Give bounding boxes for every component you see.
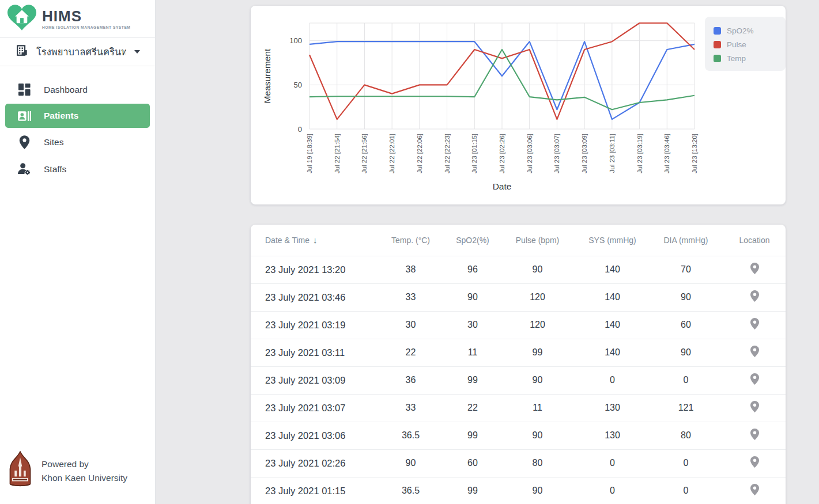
svg-text:Jul 23 [03:46]: Jul 23 [03:46] <box>663 134 670 173</box>
staff-gear-icon <box>17 163 31 175</box>
hospital-selector[interactable]: โรงพยาบาลศรีนครินทร์ ... <box>0 38 155 66</box>
cell-pulse: 90 <box>499 366 576 394</box>
column-header-location: Location <box>723 225 786 256</box>
sidebar-item-staffs[interactable]: Staffs <box>0 156 155 182</box>
svg-text:Measurement: Measurement <box>262 48 272 103</box>
cell-dia: 90 <box>648 339 723 366</box>
table-row: 23 July 2021 13:2038969014070 <box>251 256 786 283</box>
cell-date-time: 23 July 2021 03:09 <box>251 366 375 394</box>
sidebar-item-patients[interactable]: Patients <box>5 104 150 128</box>
table-row: 23 July 2021 03:0936999000 <box>251 366 786 394</box>
cell-pulse: 120 <box>499 283 576 311</box>
column-header-date-time[interactable]: Date & Time↓ <box>251 225 375 256</box>
app-logo: HIMS HOME ISOLATION MANAGEMENT SYSTEM <box>0 0 155 38</box>
cell-pulse: 120 <box>499 311 576 339</box>
table-row: 23 July 2021 01:1536.5999000 <box>251 477 786 504</box>
location-pin-icon[interactable] <box>750 484 759 495</box>
svg-text:Jul 23 [13:20]: Jul 23 [13:20] <box>691 134 698 173</box>
cell-spo2: 11 <box>447 339 499 366</box>
legend-label: SpO2% <box>727 26 754 35</box>
main-content: 050100Jul 19 [18:39]Jul 22 [21:54]Jul 22… <box>156 0 819 504</box>
svg-text:Jul 23 [02:26]: Jul 23 [02:26] <box>499 134 505 173</box>
svg-text:Jul 22 [21:54]: Jul 22 [21:54] <box>334 134 341 173</box>
cell-dia: 121 <box>648 394 723 422</box>
cell-temp: 22 <box>375 339 447 366</box>
location-pin-icon[interactable] <box>750 318 759 329</box>
cell-pulse: 90 <box>499 256 576 283</box>
cell-sys: 0 <box>576 477 648 504</box>
sort-descending-icon: ↓ <box>313 235 318 245</box>
cell-spo2: 99 <box>447 477 499 504</box>
table-row: 23 July 2021 03:19303012014060 <box>251 311 786 339</box>
cell-date-time: 23 July 2021 02:26 <box>251 449 375 477</box>
cell-sys: 140 <box>576 339 648 366</box>
powered-by: Powered by Khon Kaen University <box>0 444 155 504</box>
sidebar: HIMS HOME ISOLATION MANAGEMENT SYSTEM โร… <box>0 0 156 504</box>
column-header-spo2: SpO2(%) <box>447 225 499 256</box>
location-pin-icon[interactable] <box>750 263 759 274</box>
svg-text:Date: Date <box>493 181 512 191</box>
patients-icon <box>17 111 31 121</box>
cell-pulse: 90 <box>499 477 576 504</box>
location-pin-icon[interactable] <box>750 290 759 302</box>
cell-dia: 0 <box>648 477 723 504</box>
cell-temp: 33 <box>375 283 447 311</box>
sidebar-item-sites[interactable]: Sites <box>0 129 155 155</box>
chevron-down-icon <box>134 50 140 54</box>
location-pin-icon[interactable] <box>750 373 759 385</box>
column-header-dia-mmhg: DIA (mmHg) <box>648 225 723 256</box>
svg-text:Jul 19 [18:39]: Jul 19 [18:39] <box>306 134 313 173</box>
cell-location <box>723 283 786 311</box>
sidebar-item-dashboard[interactable]: Dashboard <box>0 77 155 103</box>
cell-spo2: 99 <box>447 422 499 449</box>
cell-pulse: 11 <box>499 394 576 422</box>
location-pin-icon[interactable] <box>750 346 759 357</box>
cell-sys: 0 <box>576 449 648 477</box>
cell-date-time: 23 July 2021 03:46 <box>251 283 375 311</box>
sidebar-item-label: Sites <box>44 137 63 147</box>
cell-date-time: 23 July 2021 03:19 <box>251 311 375 339</box>
svg-text:Jul 22 [22:01]: Jul 22 [22:01] <box>388 134 395 173</box>
cell-date-time: 23 July 2021 03:07 <box>251 394 375 422</box>
location-pin-icon[interactable] <box>750 429 759 440</box>
cell-location <box>723 256 786 283</box>
cell-temp: 36.5 <box>375 477 447 504</box>
cell-spo2: 99 <box>447 366 499 394</box>
cell-temp: 30 <box>375 311 447 339</box>
chart-legend: SpO2%PulseTemp <box>705 17 786 71</box>
svg-text:Jul 23 [03:09]: Jul 23 [03:09] <box>581 134 588 173</box>
table-row: 23 July 2021 03:46339012014090 <box>251 283 786 311</box>
legend-item: Pulse <box>714 37 781 51</box>
cell-sys: 130 <box>576 394 648 422</box>
cell-location <box>723 477 786 504</box>
location-pin-icon[interactable] <box>750 401 759 412</box>
cell-temp: 36.5 <box>375 422 447 449</box>
table-row: 23 July 2021 03:1122119914090 <box>251 339 786 366</box>
cell-dia: 60 <box>648 311 723 339</box>
measurement-chart-card: 050100Jul 19 [18:39]Jul 22 [21:54]Jul 22… <box>251 6 786 204</box>
cell-dia: 0 <box>648 449 723 477</box>
table-row: 23 July 2021 02:2690608000 <box>251 449 786 477</box>
cell-sys: 130 <box>576 422 648 449</box>
cell-temp: 90 <box>375 449 447 477</box>
kku-logo <box>7 451 33 491</box>
svg-text:Jul 23 [03:11]: Jul 23 [03:11] <box>609 134 616 173</box>
svg-text:100: 100 <box>289 36 302 45</box>
location-pin-icon[interactable] <box>750 456 759 468</box>
legend-swatch-icon <box>714 41 721 48</box>
svg-text:Jul 23 [03:07]: Jul 23 [03:07] <box>553 134 560 173</box>
cell-date-time: 23 July 2021 01:15 <box>251 477 375 504</box>
cell-pulse: 90 <box>499 422 576 449</box>
cell-sys: 140 <box>576 256 648 283</box>
cell-location <box>723 422 786 449</box>
powered-by-line2: Khon Kaen University <box>41 471 127 485</box>
cell-dia: 0 <box>648 366 723 394</box>
powered-by-line1: Powered by <box>41 457 127 471</box>
cell-location <box>723 449 786 477</box>
measurements-table: Date & Time↓Temp. (°C)SpO2(%)Pulse (bpm)… <box>251 225 786 504</box>
cell-date-time: 23 July 2021 13:20 <box>251 256 375 283</box>
cell-temp: 38 <box>375 256 447 283</box>
sidebar-nav: Dashboard Patients Sites <box>0 75 155 183</box>
sidebar-item-label: Dashboard <box>44 85 88 95</box>
cell-pulse: 99 <box>499 339 576 366</box>
